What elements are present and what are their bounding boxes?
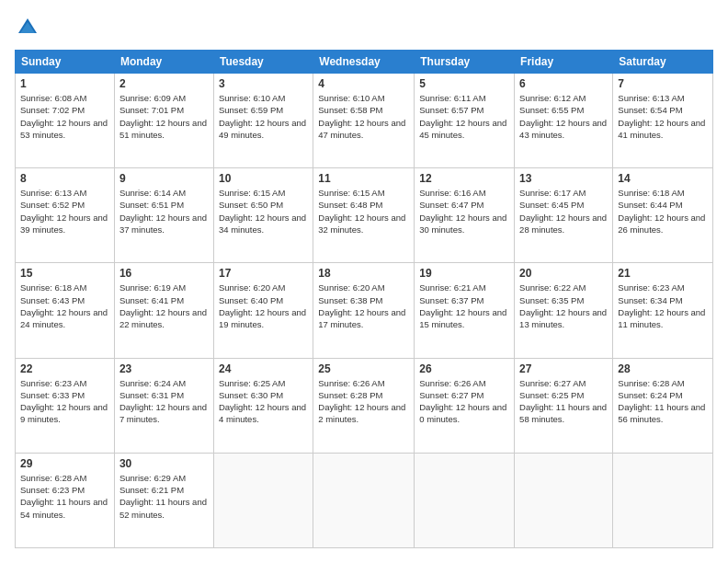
col-header-sunday: Sunday (16, 51, 115, 74)
calendar-cell: 28 Sunrise: 6:28 AMSunset: 6:24 PMDaylig… (613, 358, 713, 453)
calendar-cell: 17 Sunrise: 6:20 AMSunset: 6:40 PMDaylig… (213, 263, 313, 358)
day-number: 15 (20, 267, 109, 280)
day-info: Sunrise: 6:24 AMSunset: 6:31 PMDaylight:… (119, 378, 207, 425)
day-info: Sunrise: 6:20 AMSunset: 6:38 PMDaylight:… (318, 282, 405, 329)
day-info: Sunrise: 6:26 AMSunset: 6:28 PMDaylight:… (318, 378, 405, 425)
calendar-cell (613, 453, 713, 547)
day-info: Sunrise: 6:28 AMSunset: 6:23 PMDaylight:… (20, 473, 108, 520)
calendar-cell: 14 Sunrise: 6:18 AMSunset: 6:44 PMDaylig… (613, 168, 713, 263)
calendar-cell: 27 Sunrise: 6:27 AMSunset: 6:25 PMDaylig… (515, 358, 613, 453)
logo-icon (15, 15, 40, 40)
col-header-saturday: Saturday (613, 51, 713, 74)
day-number: 13 (519, 172, 608, 185)
day-info: Sunrise: 6:13 AMSunset: 6:54 PMDaylight:… (618, 93, 705, 140)
day-number: 24 (219, 362, 308, 375)
day-info: Sunrise: 6:18 AMSunset: 6:44 PMDaylight:… (618, 188, 705, 235)
day-info: Sunrise: 6:18 AMSunset: 6:43 PMDaylight:… (20, 282, 108, 329)
calendar-cell: 8 Sunrise: 6:13 AMSunset: 6:52 PMDayligh… (16, 168, 115, 263)
day-info: Sunrise: 6:09 AMSunset: 7:01 PMDaylight:… (119, 93, 207, 140)
day-number: 11 (318, 172, 409, 185)
calendar-cell: 24 Sunrise: 6:25 AMSunset: 6:30 PMDaylig… (213, 358, 313, 453)
calendar-cell: 12 Sunrise: 6:16 AMSunset: 6:47 PMDaylig… (415, 168, 515, 263)
calendar-cell: 19 Sunrise: 6:21 AMSunset: 6:37 PMDaylig… (415, 263, 515, 358)
day-number: 14 (618, 172, 708, 185)
table-row: 8 Sunrise: 6:13 AMSunset: 6:52 PMDayligh… (16, 168, 713, 263)
calendar-cell: 20 Sunrise: 6:22 AMSunset: 6:35 PMDaylig… (515, 263, 613, 358)
day-info: Sunrise: 6:13 AMSunset: 6:52 PMDaylight:… (20, 188, 108, 235)
day-number: 20 (519, 267, 608, 280)
day-info: Sunrise: 6:10 AMSunset: 6:58 PMDaylight:… (318, 93, 405, 140)
day-number: 21 (618, 267, 708, 280)
calendar-cell (515, 453, 613, 547)
day-number: 27 (519, 362, 608, 375)
table-row: 15 Sunrise: 6:18 AMSunset: 6:43 PMDaylig… (16, 263, 713, 358)
day-number: 23 (119, 362, 209, 375)
calendar-cell: 16 Sunrise: 6:19 AMSunset: 6:41 PMDaylig… (114, 263, 213, 358)
day-number: 9 (119, 172, 209, 185)
day-number: 5 (419, 77, 509, 90)
day-number: 22 (20, 362, 109, 375)
calendar-cell: 21 Sunrise: 6:23 AMSunset: 6:34 PMDaylig… (613, 263, 713, 358)
calendar-cell: 7 Sunrise: 6:13 AMSunset: 6:54 PMDayligh… (613, 74, 713, 168)
day-number: 28 (618, 362, 708, 375)
day-number: 1 (20, 77, 109, 90)
calendar-cell: 6 Sunrise: 6:12 AMSunset: 6:55 PMDayligh… (515, 74, 613, 168)
day-number: 29 (20, 457, 109, 470)
day-info: Sunrise: 6:08 AMSunset: 7:02 PMDaylight:… (20, 93, 108, 140)
day-info: Sunrise: 6:17 AMSunset: 6:45 PMDaylight:… (519, 188, 607, 235)
calendar-cell: 25 Sunrise: 6:26 AMSunset: 6:28 PMDaylig… (313, 358, 415, 453)
day-info: Sunrise: 6:12 AMSunset: 6:55 PMDaylight:… (519, 93, 607, 140)
calendar-cell (313, 453, 415, 547)
col-header-wednesday: Wednesday (313, 51, 415, 74)
day-info: Sunrise: 6:19 AMSunset: 6:41 PMDaylight:… (119, 282, 207, 329)
day-number: 3 (219, 77, 308, 90)
day-info: Sunrise: 6:28 AMSunset: 6:24 PMDaylight:… (618, 378, 705, 425)
day-info: Sunrise: 6:20 AMSunset: 6:40 PMDaylight:… (219, 282, 306, 329)
day-info: Sunrise: 6:10 AMSunset: 6:59 PMDaylight:… (219, 93, 306, 140)
calendar-cell: 15 Sunrise: 6:18 AMSunset: 6:43 PMDaylig… (16, 263, 115, 358)
day-number: 8 (20, 172, 109, 185)
calendar-cell: 9 Sunrise: 6:14 AMSunset: 6:51 PMDayligh… (114, 168, 213, 263)
day-info: Sunrise: 6:25 AMSunset: 6:30 PMDaylight:… (219, 378, 306, 425)
calendar-cell: 13 Sunrise: 6:17 AMSunset: 6:45 PMDaylig… (515, 168, 613, 263)
day-number: 10 (219, 172, 308, 185)
calendar-cell: 26 Sunrise: 6:26 AMSunset: 6:27 PMDaylig… (415, 358, 515, 453)
day-number: 4 (318, 77, 409, 90)
calendar-cell: 22 Sunrise: 6:23 AMSunset: 6:33 PMDaylig… (16, 358, 115, 453)
calendar-cell: 23 Sunrise: 6:24 AMSunset: 6:31 PMDaylig… (114, 358, 213, 453)
calendar-cell (213, 453, 313, 547)
col-header-monday: Monday (114, 51, 213, 74)
page: SundayMondayTuesdayWednesdayThursdayFrid… (0, 0, 728, 563)
day-info: Sunrise: 6:23 AMSunset: 6:34 PMDaylight:… (618, 282, 705, 329)
header (15, 15, 713, 40)
calendar-cell: 4 Sunrise: 6:10 AMSunset: 6:58 PMDayligh… (313, 74, 415, 168)
day-number: 7 (618, 77, 708, 90)
day-info: Sunrise: 6:15 AMSunset: 6:48 PMDaylight:… (318, 188, 405, 235)
day-info: Sunrise: 6:15 AMSunset: 6:50 PMDaylight:… (219, 188, 306, 235)
day-number: 19 (419, 267, 509, 280)
day-info: Sunrise: 6:23 AMSunset: 6:33 PMDaylight:… (20, 378, 108, 425)
calendar-cell: 1 Sunrise: 6:08 AMSunset: 7:02 PMDayligh… (16, 74, 115, 168)
calendar-cell: 29 Sunrise: 6:28 AMSunset: 6:23 PMDaylig… (16, 453, 115, 547)
day-info: Sunrise: 6:21 AMSunset: 6:37 PMDaylight:… (419, 282, 506, 329)
day-info: Sunrise: 6:29 AMSunset: 6:21 PMDaylight:… (119, 473, 207, 520)
day-number: 17 (219, 267, 308, 280)
day-number: 26 (419, 362, 509, 375)
day-info: Sunrise: 6:26 AMSunset: 6:27 PMDaylight:… (419, 378, 506, 425)
calendar-cell: 5 Sunrise: 6:11 AMSunset: 6:57 PMDayligh… (415, 74, 515, 168)
calendar-table: SundayMondayTuesdayWednesdayThursdayFrid… (15, 50, 713, 548)
day-number: 30 (119, 457, 209, 470)
day-info: Sunrise: 6:14 AMSunset: 6:51 PMDaylight:… (119, 188, 207, 235)
calendar-cell: 3 Sunrise: 6:10 AMSunset: 6:59 PMDayligh… (213, 74, 313, 168)
day-number: 2 (119, 77, 209, 90)
col-header-thursday: Thursday (415, 51, 515, 74)
table-row: 29 Sunrise: 6:28 AMSunset: 6:23 PMDaylig… (16, 453, 713, 547)
table-row: 1 Sunrise: 6:08 AMSunset: 7:02 PMDayligh… (16, 74, 713, 168)
col-header-friday: Friday (515, 51, 613, 74)
calendar-cell (415, 453, 515, 547)
calendar-cell: 30 Sunrise: 6:29 AMSunset: 6:21 PMDaylig… (114, 453, 213, 547)
logo (15, 15, 44, 40)
table-row: 22 Sunrise: 6:23 AMSunset: 6:33 PMDaylig… (16, 358, 713, 453)
day-info: Sunrise: 6:16 AMSunset: 6:47 PMDaylight:… (419, 188, 506, 235)
day-info: Sunrise: 6:11 AMSunset: 6:57 PMDaylight:… (419, 93, 506, 140)
